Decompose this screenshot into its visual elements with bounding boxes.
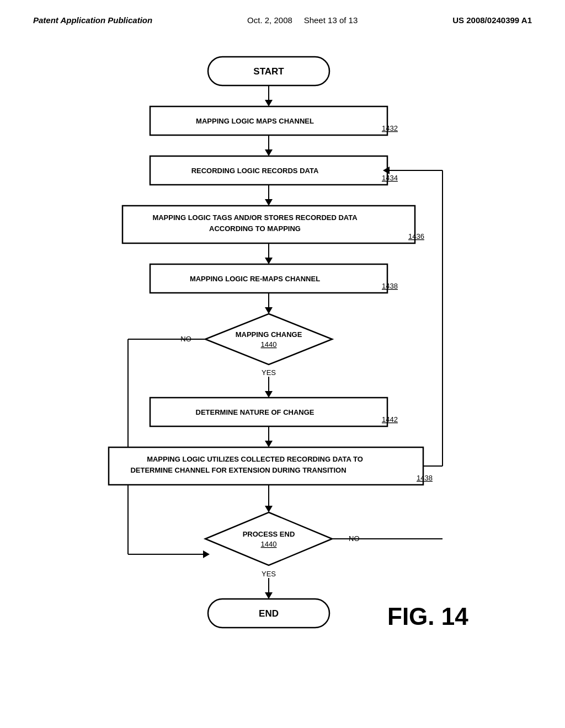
svg-marker-24 bbox=[265, 307, 273, 314]
svg-text:PROCESS END: PROCESS END bbox=[243, 530, 295, 538]
svg-text:MAPPING LOGIC RE-MAPS CHANNEL: MAPPING LOGIC RE-MAPS CHANNEL bbox=[190, 275, 320, 283]
svg-text:1436: 1436 bbox=[408, 232, 424, 240]
svg-text:MAPPING LOGIC TAGS AND/OR STOR: MAPPING LOGIC TAGS AND/OR STORES RECORDE… bbox=[152, 213, 358, 222]
svg-text:1438: 1438 bbox=[382, 282, 398, 290]
svg-text:MAPPING CHANGE: MAPPING CHANGE bbox=[236, 330, 302, 339]
svg-marker-33 bbox=[203, 550, 210, 558]
patent-number-label: US 2008/0240399 A1 bbox=[452, 15, 532, 25]
svg-text:1432: 1432 bbox=[382, 124, 398, 132]
svg-marker-40 bbox=[265, 441, 273, 447]
svg-text:1434: 1434 bbox=[382, 174, 398, 182]
svg-text:ACCORDING TO MAPPING: ACCORDING TO MAPPING bbox=[209, 224, 301, 233]
svg-text:DETERMINE CHANNEL FOR EXTENSIO: DETERMINE CHANNEL FOR EXTENSION DURING T… bbox=[130, 466, 346, 474]
svg-text:END: END bbox=[259, 608, 279, 619]
date-label: Oct. 2, 2008 bbox=[247, 15, 292, 25]
svg-marker-19 bbox=[265, 258, 273, 264]
svg-marker-50 bbox=[265, 506, 273, 512]
svg-text:YES: YES bbox=[262, 570, 276, 578]
svg-text:1440: 1440 bbox=[261, 340, 277, 349]
flowchart-svg: START MAPPING LOGIC MAPS CHANNEL 1432 RE… bbox=[67, 47, 498, 687]
svg-marker-25 bbox=[205, 314, 332, 365]
svg-marker-8 bbox=[265, 149, 273, 156]
publication-label: Patent Application Publication bbox=[33, 15, 152, 25]
svg-text:1438: 1438 bbox=[417, 474, 433, 482]
flowchart-diagram: START MAPPING LOGIC MAPS CHANNEL 1432 RE… bbox=[0, 30, 565, 687]
svg-marker-35 bbox=[265, 391, 273, 398]
svg-text:YES: YES bbox=[262, 368, 276, 377]
date-sheet-label: Oct. 2, 2008 Sheet 13 of 13 bbox=[247, 15, 358, 25]
svg-text:FIG. 14: FIG. 14 bbox=[387, 603, 468, 630]
svg-marker-13 bbox=[265, 199, 273, 206]
svg-text:DETERMINE NATURE OF CHANGE: DETERMINE NATURE OF CHANGE bbox=[196, 408, 315, 416]
svg-text:RECORDING LOGIC RECORDS DATA: RECORDING LOGIC RECORDS DATA bbox=[191, 167, 319, 175]
page-header: Patent Application Publication Oct. 2, 2… bbox=[0, 0, 565, 30]
svg-marker-58 bbox=[265, 592, 273, 599]
svg-text:MAPPING LOGIC UTILIZES COLLECT: MAPPING LOGIC UTILIZES COLLECTED RECORDI… bbox=[147, 455, 363, 463]
svg-text:START: START bbox=[253, 66, 284, 77]
svg-text:1442: 1442 bbox=[382, 415, 398, 424]
sheet-label: Sheet 13 of 13 bbox=[304, 15, 358, 25]
svg-marker-51 bbox=[205, 512, 332, 565]
svg-marker-3 bbox=[265, 100, 273, 106]
svg-text:1440: 1440 bbox=[261, 540, 277, 548]
svg-text:MAPPING LOGIC MAPS CHANNEL: MAPPING LOGIC MAPS CHANNEL bbox=[196, 117, 314, 125]
